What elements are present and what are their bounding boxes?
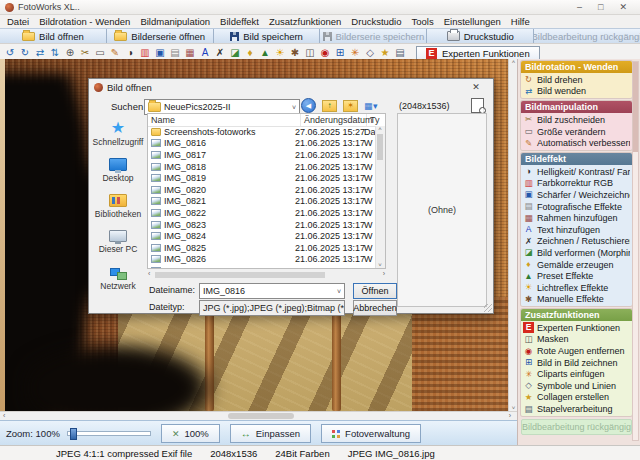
scroll-up-icon[interactable]: ˄ <box>510 59 517 65</box>
place-item[interactable]: Schnellzugriff <box>93 121 144 147</box>
place-item[interactable]: Dieser PC <box>99 230 138 254</box>
IMG_0827[interactable]: IMG_0827 21.06.2025 13:17 W <box>148 265 376 268</box>
filename-input[interactable]: IMG_0816 ˅ <box>199 283 345 299</box>
sharpen-icon[interactable]: ▣ <box>153 46 167 60</box>
IMG_0816[interactable]: IMG_0816 21.06.2025 13:17 W <box>148 138 376 150</box>
file-list-vertical-scrollbar[interactable]: ˄ ˅ <box>375 126 385 268</box>
menu-item[interactable]: Datei <box>2 16 34 27</box>
IMG_0817[interactable]: IMG_0817 21.06.2025 13:17 W <box>148 149 376 161</box>
painting-icon[interactable]: ♦ <box>243 46 257 60</box>
resize-icon[interactable]: ▭ <box>93 46 107 60</box>
photo-management-button[interactable]: Fotoverwaltung <box>321 424 421 443</box>
sidebar-item[interactable]: ▭ Größe verändern <box>523 126 630 138</box>
IMG_0822[interactable]: IMG_0822 21.06.2025 13:17 W <box>148 207 376 219</box>
rotate-right-icon[interactable]: ↻ <box>18 46 32 60</box>
zoom-slider-handle[interactable] <box>70 428 77 440</box>
sidebar-item[interactable]: E Experten Funktionen <box>523 322 630 334</box>
back-icon[interactable]: ◀ <box>301 98 316 113</box>
sidebar-item[interactable]: ◪ Bild verformen (Morphing) <box>523 247 630 259</box>
sidebar-item[interactable]: ◑ Helligkeit/ Kontrast/ Farbe <box>523 166 630 178</box>
open-image-button[interactable]: Bild öffnen <box>0 29 106 43</box>
sidebar-item[interactable]: ▥ Farbkorrektur RGB <box>523 178 630 190</box>
maximize-button[interactable]: □ <box>598 2 603 12</box>
scroll-right-icon[interactable]: › <box>383 270 385 277</box>
sidebar-item[interactable]: ↻ Bild drehen <box>523 74 630 86</box>
file-list-horizontal-scrollbar[interactable]: ‹ › <box>147 271 386 279</box>
new-folder-icon[interactable]: ✶ <box>343 100 358 112</box>
sidebar-item[interactable]: ☀ Lichtreflex Effekte <box>523 282 630 294</box>
place-item[interactable]: Netzwerk <box>100 265 135 291</box>
auto-enhance-icon[interactable]: ✎ <box>108 46 122 60</box>
scrollbar-thumb[interactable] <box>633 62 638 152</box>
close-button[interactable]: ✕ <box>619 2 627 12</box>
scroll-left-icon[interactable]: ‹ <box>3 412 5 420</box>
add-text-icon[interactable]: A <box>198 46 212 60</box>
resize-grip[interactable] <box>484 304 492 312</box>
scrollbar-thumb[interactable] <box>377 134 383 160</box>
symbols-lines-icon[interactable]: ◇ <box>363 46 377 60</box>
rgb-correction-icon[interactable]: ▥ <box>138 46 152 60</box>
sidebar-scrollbar[interactable] <box>632 61 639 441</box>
sidebar-item[interactable]: ◇ Symbole und Linien <box>523 380 630 392</box>
print-studio-button[interactable]: Druckstudio <box>426 29 533 43</box>
IMG_0818[interactable]: IMG_0818 21.06.2025 13:17 W <box>148 161 376 173</box>
sidebar-item[interactable]: ▦ Rahmen hinzufügen <box>523 212 630 224</box>
sidebar-item[interactable]: ▤ Fotografische Effekte <box>523 201 630 213</box>
zoom-slider[interactable] <box>67 431 151 436</box>
column-name[interactable]: Nameˆ <box>148 114 301 126</box>
place-item[interactable]: Desktop <box>102 158 133 183</box>
open-button[interactable]: Öffnen <box>353 283 397 299</box>
minimize-button[interactable]: – <box>577 2 582 12</box>
collage-icon[interactable]: ★ <box>378 46 392 60</box>
menu-item[interactable]: Tools <box>407 16 439 27</box>
save-image-button[interactable]: Bild speichern <box>213 29 320 43</box>
batch-icon[interactable]: ▤ <box>393 46 407 60</box>
save-series-button[interactable]: Bilderserie speichern <box>319 29 426 43</box>
dialog-close-button[interactable]: ✕ <box>464 82 488 92</box>
fit-to-window-button[interactable]: ↔ Einpassen <box>230 424 311 443</box>
Screenshots-fotoworks[interactable]: Screenshots-fotoworks 27.06.2025 15:27 D… <box>148 126 376 138</box>
column-date[interactable]: Änderungsdatum <box>301 114 367 126</box>
IMG_0823[interactable]: IMG_0823 21.06.2025 13:17 W <box>148 219 376 231</box>
sidebar-item[interactable]: ★ Collagen erstellen <box>523 392 630 404</box>
sidebar-item[interactable]: ▤ Stapelverarbeitung <box>523 403 630 415</box>
manual-effects-icon[interactable]: ✱ <box>288 46 302 60</box>
sidebar-item[interactable]: ◫ Masken <box>523 334 630 346</box>
IMG_0826[interactable]: IMG_0826 21.06.2025 13:17 W <box>148 254 376 266</box>
preview-toggle-icon[interactable] <box>471 98 484 113</box>
IMG_0825[interactable]: IMG_0825 21.06.2025 13:17 W <box>148 242 376 254</box>
IMG_0821[interactable]: IMG_0821 21.06.2025 13:17 W <box>148 196 376 208</box>
place-item[interactable]: Bibliotheken <box>95 194 141 219</box>
cancel-button[interactable]: Abbrechen <box>353 300 397 316</box>
flip-horizontal-icon[interactable]: ⇄ <box>33 46 47 60</box>
masks-icon[interactable]: ◫ <box>303 46 317 60</box>
sidebar-item[interactable]: A Text hinzufügen <box>523 224 630 236</box>
zoom-100-button[interactable]: ✕ 100% <box>161 424 220 443</box>
scrollbar-thumb[interactable] <box>155 272 325 278</box>
crop-icon[interactable]: ✂ <box>78 46 92 60</box>
picture-in-picture-icon[interactable]: ⊞ <box>333 46 347 60</box>
sidebar-item[interactable]: ⊞ Bild in Bild zeichnen <box>523 357 630 369</box>
view-menu-icon[interactable]: ▦ ▾ <box>364 101 377 111</box>
sidebar-item[interactable]: ◉ Rote Augen entfernen <box>523 345 630 357</box>
scroll-left-icon[interactable]: ‹ <box>148 270 150 277</box>
add-frame-icon[interactable]: ▦ <box>183 46 197 60</box>
photo-effects-icon[interactable]: ▤ <box>168 46 182 60</box>
sidebar-item[interactable]: ▣ Schärfer / Weichzeichner <box>523 189 630 201</box>
menu-item[interactable]: Einstellungen <box>439 16 506 27</box>
column-type[interactable]: Ty <box>367 114 385 126</box>
rotate-left-icon[interactable]: ↺ <box>3 46 17 60</box>
retouch-icon[interactable]: ✗ <box>213 46 227 60</box>
brightness-contrast-icon[interactable]: ◑ <box>123 46 137 60</box>
menu-item[interactable]: Zusatzfunktionen <box>264 16 346 27</box>
menu-item[interactable]: Bildrotation - Wenden <box>34 16 135 27</box>
flip-vertical-icon[interactable]: ⇅ <box>48 46 62 60</box>
scroll-down-icon[interactable]: ˅ <box>376 262 384 268</box>
menu-item[interactable]: Bildmanipulation <box>135 16 215 27</box>
red-eye-icon[interactable]: ◉ <box>318 46 332 60</box>
IMG_0820[interactable]: IMG_0820 21.06.2025 13:17 W <box>148 184 376 196</box>
undo-edit-button[interactable]: Bildbearbeitung rückgängig <box>533 29 640 43</box>
sidebar-item[interactable]: ✂ Bild zuschneiden <box>523 114 630 126</box>
scroll-right-icon[interactable]: › <box>509 412 511 420</box>
preset-effects-icon[interactable]: ▲ <box>258 46 272 60</box>
